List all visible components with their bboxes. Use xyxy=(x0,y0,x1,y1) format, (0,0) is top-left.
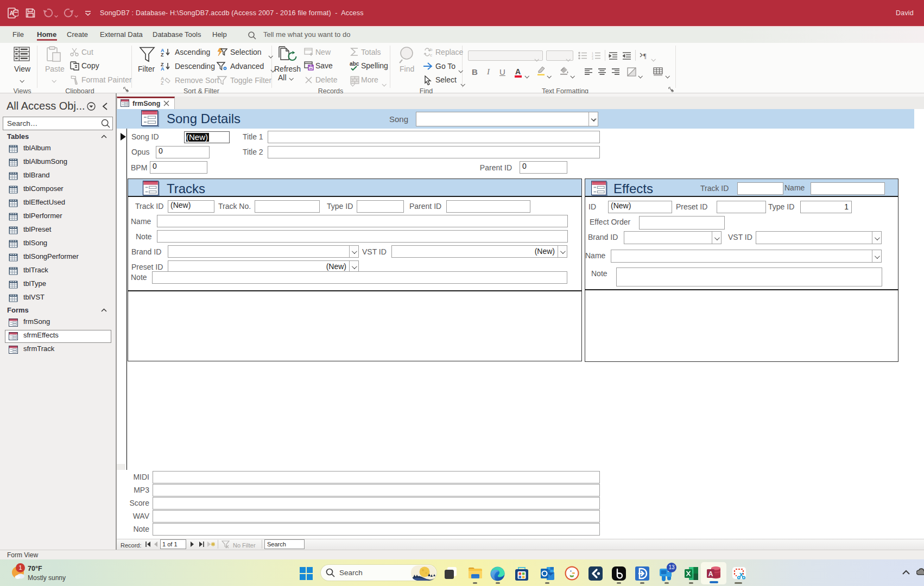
svg-text:3: 3 xyxy=(592,57,593,60)
svg-text:¶: ¶ xyxy=(643,52,647,60)
svg-text:c: c xyxy=(430,53,432,56)
svg-text:A: A xyxy=(708,570,713,578)
svg-text:abc: abc xyxy=(350,61,359,67)
svg-text:A: A xyxy=(161,66,164,71)
svg-text:b: b xyxy=(430,48,433,52)
svg-text:Z: Z xyxy=(161,80,164,85)
svg-text:Z: Z xyxy=(161,52,164,56)
